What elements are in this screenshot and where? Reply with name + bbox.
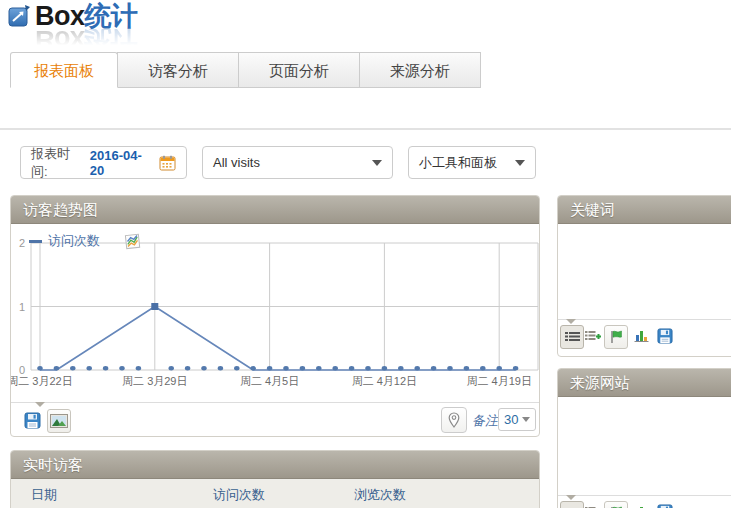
row-limit-value: 30 xyxy=(504,412,518,427)
image-icon xyxy=(50,414,68,428)
column-visits[interactable]: 访问次数 xyxy=(213,486,354,504)
footer-arrow-icon[interactable] xyxy=(566,495,576,500)
date-range-selector[interactable]: 报表时间: 2016-04-20 xyxy=(20,146,187,179)
websites-empty-body xyxy=(558,397,731,495)
keywords-empty-body xyxy=(558,224,731,319)
app-logo[interactable]: Box统计 Box统计 xyxy=(8,3,138,51)
chevron-down-icon xyxy=(515,160,525,166)
svg-text:周二 4月12日: 周二 4月12日 xyxy=(352,375,417,387)
date-value: 2016-04-20 xyxy=(90,148,153,178)
realtime-visitors-widget: 实时访客 日期 访问次数 浏览次数 xyxy=(10,450,540,508)
svg-text:1: 1 xyxy=(19,301,25,313)
export-data-button[interactable] xyxy=(654,501,676,508)
legend-line-swatch xyxy=(29,240,42,243)
svg-text:2: 2 xyxy=(19,237,25,249)
row-limit-select[interactable]: 30 xyxy=(498,408,536,431)
main-nav-tabs: 报表面板 访客分析 页面分析 来源分析 xyxy=(10,52,481,88)
tab-dashboard[interactable]: 报表面板 xyxy=(10,52,118,88)
keywords-title[interactable]: 关键词 xyxy=(558,196,731,224)
chart-legend[interactable]: 访问次数 xyxy=(29,232,141,250)
export-disk-icon xyxy=(657,504,673,508)
export-data-button[interactable] xyxy=(654,325,676,347)
column-pageviews[interactable]: 浏览次数 xyxy=(354,486,539,504)
logo-text: Box统计 xyxy=(35,3,138,29)
keywords-widget: 关键词 xyxy=(557,195,731,357)
svg-text:周二 3月29日: 周二 3月29日 xyxy=(122,375,187,387)
widgets-dashboard-button[interactable]: 小工具和面板 xyxy=(408,146,536,179)
bar-chart-icon xyxy=(634,329,649,343)
websites-footer xyxy=(558,495,731,508)
view-table-button[interactable] xyxy=(560,501,584,508)
segment-selector[interactable]: All visits xyxy=(202,146,393,179)
chevron-down-icon xyxy=(372,160,382,166)
date-label: 报表时间: xyxy=(31,145,84,181)
export-disk-icon xyxy=(657,328,673,344)
referrer-websites-title[interactable]: 来源网站 xyxy=(558,369,731,397)
goals-flag-button[interactable] xyxy=(604,501,628,508)
tab-pages[interactable]: 页面分析 xyxy=(238,52,360,88)
column-date[interactable]: 日期 xyxy=(11,486,213,504)
footer-arrow-icon[interactable] xyxy=(566,319,576,324)
export-disk-icon xyxy=(24,412,41,429)
map-pin-icon xyxy=(448,412,460,428)
flag-icon xyxy=(610,330,623,344)
header-divider xyxy=(0,128,731,130)
view-bar-chart-button[interactable] xyxy=(630,325,652,347)
logo-reflection: Box统计 xyxy=(8,29,138,51)
legend-label: 访问次数 xyxy=(48,232,100,250)
table-list-icon xyxy=(565,331,580,344)
segment-value: All visits xyxy=(213,155,260,170)
goals-flag-button[interactable] xyxy=(604,325,628,349)
chart-type-icon[interactable] xyxy=(124,233,141,250)
view-table-button[interactable] xyxy=(560,325,584,349)
svg-text:周二 4月5日: 周二 4月5日 xyxy=(240,375,299,387)
export-data-button[interactable] xyxy=(21,409,43,431)
view-expanded-table-button[interactable] xyxy=(582,325,604,347)
table-plus-icon xyxy=(585,330,601,343)
keywords-footer xyxy=(558,319,731,357)
dashboard-page: { "header": { "logo_black": "Box", "logo… xyxy=(0,0,731,508)
logo-icon xyxy=(8,5,30,27)
chevron-down-icon xyxy=(522,417,530,422)
calendar-icon xyxy=(159,155,176,171)
visitor-trend-widget: 访客趋势图 访问次数 012周二 3月22日周二 3月29日周二 4月5日周二 … xyxy=(10,195,540,437)
realtime-visitors-title[interactable]: 实时访客 xyxy=(11,451,539,479)
trend-chart-svg: 012周二 3月22日周二 3月29日周二 4月5日周二 4月12日周二 4月1… xyxy=(11,224,540,402)
visitor-trend-title[interactable]: 访客趋势图 xyxy=(11,196,539,224)
annotations-link[interactable]: 备注 xyxy=(472,412,498,430)
svg-text:周二 4月19日: 周二 4月19日 xyxy=(466,375,531,387)
svg-text:周二 3月22日: 周二 3月22日 xyxy=(11,375,73,387)
view-expanded-table-button[interactable] xyxy=(582,501,604,508)
footer-arrow-icon[interactable] xyxy=(35,402,45,407)
referrer-websites-widget: 来源网站 xyxy=(557,368,731,508)
trend-footer: 备注 30 xyxy=(11,402,539,437)
realtime-table-header: 日期 访问次数 浏览次数 xyxy=(11,479,539,508)
widgets-label: 小工具和面板 xyxy=(419,154,497,172)
tab-visitors[interactable]: 访客分析 xyxy=(117,52,239,88)
tab-referrers[interactable]: 来源分析 xyxy=(359,52,481,88)
annotations-pin-button[interactable] xyxy=(441,407,467,433)
export-image-button[interactable] xyxy=(47,409,71,433)
visitor-trend-chart[interactable]: 访问次数 012周二 3月22日周二 3月29日周二 4月5日周二 4月12日周… xyxy=(11,224,539,402)
view-bar-chart-button[interactable] xyxy=(630,501,652,508)
